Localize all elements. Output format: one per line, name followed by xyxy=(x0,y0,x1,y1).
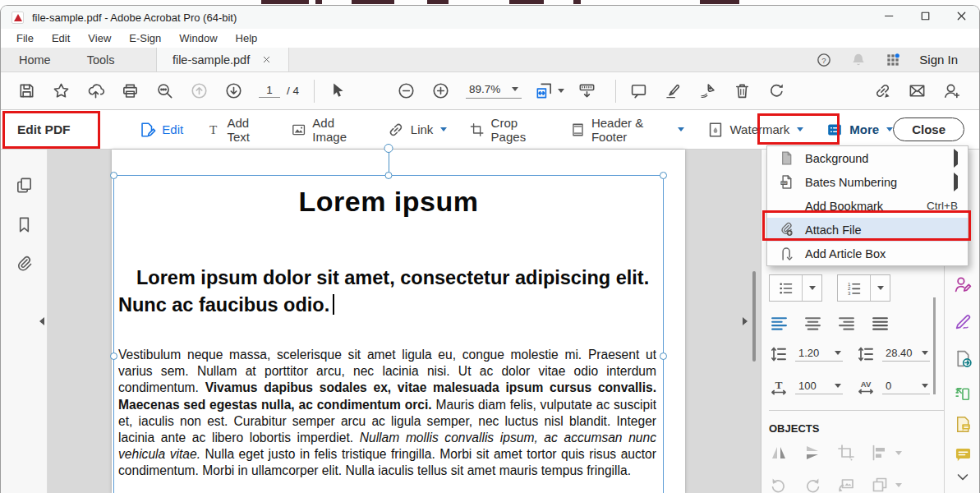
text-selection-box[interactable]: Lorem ipsum Lorem ipsum dolor sit amet, … xyxy=(113,175,664,493)
send-mail-icon[interactable] xyxy=(908,81,927,100)
share-people-icon[interactable] xyxy=(942,81,961,100)
select-tool-icon[interactable] xyxy=(328,81,347,100)
maximize-button[interactable] xyxy=(907,6,943,29)
find-icon[interactable] xyxy=(155,81,174,100)
rotate-left-icon[interactable] xyxy=(769,475,789,493)
bookmarks-icon[interactable] xyxy=(15,215,34,234)
menu-edit[interactable]: Edit xyxy=(43,30,79,46)
measure-icon[interactable] xyxy=(577,81,596,100)
tab-document[interactable]: file-sample.pdf xyxy=(156,48,289,71)
tab-tools[interactable]: Tools xyxy=(69,48,133,71)
close-tab-icon[interactable] xyxy=(261,54,272,65)
apps-grid-icon[interactable] xyxy=(885,52,901,68)
menu-item-bates-numbering[interactable]: 012 Bates Numbering xyxy=(767,170,968,194)
resize-handle-top-left[interactable] xyxy=(110,172,117,179)
sign-icon[interactable] xyxy=(698,81,717,100)
menu-help[interactable]: Help xyxy=(227,30,267,46)
menu-item-add-bookmark[interactable]: Add Bookmark Ctrl+B xyxy=(767,194,968,218)
character-spacing-select[interactable]: 0 xyxy=(882,380,930,394)
menu-item-background[interactable]: Background xyxy=(767,146,968,170)
next-page-icon[interactable] xyxy=(224,81,243,100)
document-heading[interactable]: Lorem ipsum xyxy=(114,186,663,218)
document-body-paragraph[interactable]: Vestibulum neque massa, scelerisque sit … xyxy=(118,347,656,493)
document-scrollbar[interactable] xyxy=(752,271,756,362)
link-button[interactable]: Link xyxy=(387,121,448,139)
highlight-icon[interactable] xyxy=(664,81,683,100)
replace-image-icon[interactable] xyxy=(836,475,856,493)
sign-in-button[interactable]: Sign In xyxy=(919,53,958,67)
resize-handle-mid-left[interactable] xyxy=(110,352,117,360)
document-viewport[interactable]: Lorem ipsum Lorem ipsum dolor sit amet, … xyxy=(48,150,761,493)
print-icon[interactable] xyxy=(121,81,140,100)
collapse-left-pane-icon[interactable] xyxy=(39,317,44,325)
draw-pen-icon[interactable] xyxy=(953,311,973,332)
paragraph-spacing-select[interactable]: 28.40 xyxy=(882,347,930,362)
zoom-out-icon[interactable] xyxy=(397,81,416,100)
tab-home[interactable]: Home xyxy=(1,48,69,71)
crop-object-icon[interactable] xyxy=(836,443,856,463)
close-panel-button[interactable]: Close xyxy=(893,117,964,141)
hand-tool-icon[interactable] xyxy=(362,81,381,100)
link-share-icon[interactable] xyxy=(873,81,892,100)
align-center-icon[interactable] xyxy=(803,313,823,334)
share-icon[interactable] xyxy=(86,81,105,100)
add-image-button[interactable]: Add Image xyxy=(291,116,365,144)
zoom-in-icon[interactable] xyxy=(431,81,450,100)
zoom-level-select[interactable]: 89.7% xyxy=(466,83,522,99)
align-objects-icon[interactable] xyxy=(870,443,890,463)
menu-window[interactable]: Window xyxy=(170,30,226,46)
flip-horizontal-icon[interactable] xyxy=(769,443,789,463)
chevron-down-icon[interactable] xyxy=(895,451,902,455)
organize-pages-icon[interactable] xyxy=(953,384,973,404)
arrange-objects-icon[interactable] xyxy=(870,475,890,493)
attachments-icon[interactable] xyxy=(15,254,34,273)
more-button[interactable]: More xyxy=(826,121,893,139)
star-icon[interactable] xyxy=(52,81,71,100)
export-pdf-icon[interactable] xyxy=(953,348,973,369)
close-window-button[interactable] xyxy=(943,6,979,29)
comment-tool-icon[interactable] xyxy=(953,444,973,464)
resize-handle-top-center[interactable] xyxy=(385,172,393,179)
header-footer-button[interactable]: Header & Footer xyxy=(570,116,684,144)
bulleted-list-control[interactable] xyxy=(769,274,822,302)
panel-scrollbar[interactable] xyxy=(933,297,936,394)
rotation-handle[interactable] xyxy=(384,144,393,153)
flip-vertical-icon[interactable] xyxy=(803,443,822,463)
help-icon[interactable]: ? xyxy=(816,52,832,68)
chevron-down-icon[interactable] xyxy=(895,483,902,487)
chevron-down-icon[interactable] xyxy=(809,286,816,290)
watermark-button[interactable]: Watermark xyxy=(706,121,804,139)
align-justify-icon[interactable] xyxy=(870,313,890,334)
menu-file[interactable]: File xyxy=(7,30,43,46)
rotate-icon[interactable] xyxy=(767,81,786,100)
page-thumbnails-icon[interactable] xyxy=(15,176,34,195)
previous-page-icon[interactable] xyxy=(190,81,209,100)
more-tools-chevron-icon[interactable] xyxy=(955,467,971,487)
chevron-down-icon[interactable] xyxy=(877,286,884,290)
request-signatures-icon[interactable] xyxy=(953,414,973,435)
resize-handle-top-right[interactable] xyxy=(660,172,667,179)
page-number-input[interactable]: 1 xyxy=(259,84,280,98)
menu-esign[interactable]: E-Sign xyxy=(120,30,170,46)
save-icon[interactable] xyxy=(17,81,36,100)
horizontal-scale-select[interactable]: 100 xyxy=(795,380,843,394)
minimize-button[interactable] xyxy=(871,6,907,29)
resize-handle-mid-right[interactable] xyxy=(660,352,667,360)
add-text-button[interactable]: T Add Text xyxy=(205,116,269,144)
crop-pages-button[interactable]: Crop Pages xyxy=(469,116,548,144)
menu-view[interactable]: View xyxy=(79,30,120,46)
document-subheading[interactable]: Lorem ipsum dolor sit amet, consectetur … xyxy=(118,265,654,319)
fit-width-button[interactable] xyxy=(535,81,564,100)
rotate-right-icon[interactable] xyxy=(803,475,822,493)
fill-and-sign-icon[interactable] xyxy=(953,274,973,295)
expand-right-panel-icon[interactable] xyxy=(743,317,748,325)
align-right-icon[interactable] xyxy=(836,313,857,334)
menu-item-attach-file[interactable]: Attach File xyxy=(767,218,968,242)
numbered-list-control[interactable]: 123 xyxy=(837,274,890,302)
delete-icon[interactable] xyxy=(733,81,752,100)
pdf-page[interactable]: Lorem ipsum Lorem ipsum dolor sit amet, … xyxy=(112,150,685,493)
line-spacing-select[interactable]: 1.20 xyxy=(795,347,843,362)
menu-item-add-article-box[interactable]: Add Article Box xyxy=(767,242,968,265)
notifications-bell-icon[interactable] xyxy=(850,52,867,68)
comment-icon[interactable] xyxy=(629,81,648,100)
